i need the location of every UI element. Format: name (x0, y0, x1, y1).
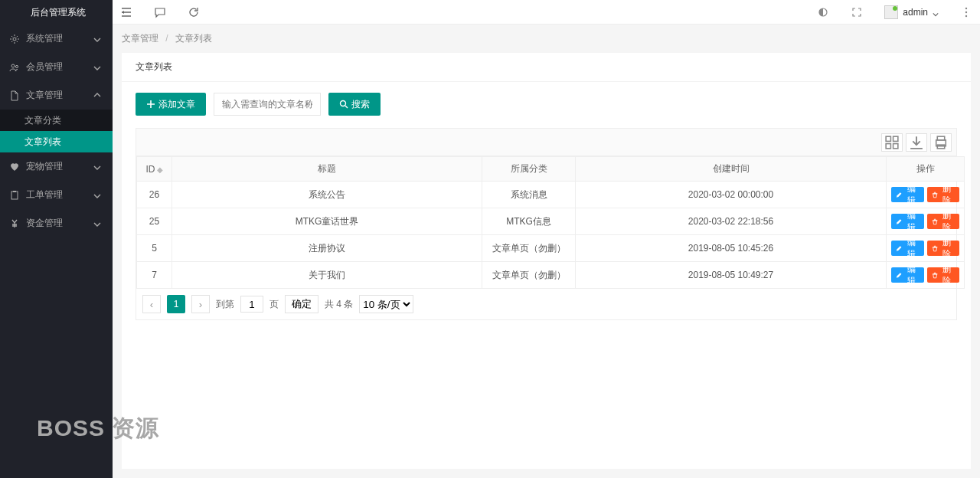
sidebar-item[interactable]: 资金管理 (0, 209, 113, 237)
table-row: 25 MTKG童话世界 MTKG信息 2020-03-02 22:18:56 编… (137, 208, 965, 235)
cell-time: 2019-08-05 10:49:27 (576, 262, 887, 289)
svg-point-0 (13, 38, 16, 41)
col-title: 标题 (172, 157, 482, 182)
sidebar-item[interactable]: 文章管理 (0, 81, 113, 110)
search-input[interactable] (214, 93, 321, 116)
users-icon (9, 62, 20, 73)
sidebar-subitem[interactable]: 文章列表 (0, 131, 113, 152)
page-size-select[interactable]: 10 条/页 (359, 295, 413, 313)
sidebar-item[interactable]: 会员管理 (0, 53, 113, 81)
cell-title: MTKG童话世界 (172, 208, 482, 235)
sidebar-item-label: 资金管理 (26, 217, 63, 230)
svg-point-8 (965, 15, 967, 16)
cell-time: 2020-03-02 22:18:56 (576, 208, 887, 235)
edit-button[interactable]: 编辑 (891, 187, 924, 202)
sidebar-item-label: 系统管理 (26, 32, 63, 45)
user-menu[interactable]: admin (884, 5, 939, 19)
svg-rect-13 (893, 143, 898, 148)
svg-rect-10 (886, 136, 890, 141)
delete-button[interactable]: 删除 (927, 187, 960, 202)
col-op: 操作 (887, 157, 965, 182)
pagination: ‹ 1 › 到第 页 确定 共 4 条 10 条/页 (136, 289, 956, 319)
chevron-down-icon (93, 35, 101, 43)
svg-point-7 (965, 11, 967, 12)
search-button[interactable]: 搜索 (328, 93, 381, 116)
data-table: ID◆ 标题 所属分类 创建时间 操作 26 系统公告 系统消息 2020-03… (136, 156, 965, 289)
edit-button[interactable]: 编辑 (891, 214, 924, 229)
cell-op: 编辑 删除 (887, 262, 965, 289)
delete-button[interactable]: 删除 (927, 267, 960, 283)
sort-icon: ◆ (157, 165, 163, 174)
pencil-icon (896, 218, 902, 225)
columns-icon[interactable] (881, 133, 903, 152)
file-icon (9, 90, 20, 101)
pencil-icon (896, 245, 902, 252)
sidebar-menu: 系统管理会员管理文章管理文章分类文章列表宠物管理工单管理资金管理 (0, 25, 113, 478)
chevron-down-icon (93, 64, 101, 71)
theme-icon[interactable] (817, 6, 829, 18)
more-icon[interactable] (960, 6, 972, 18)
chevron-down-icon (933, 9, 939, 15)
cell-op: 编辑 删除 (887, 182, 965, 208)
topbar: admin (113, 0, 980, 25)
cell-category: 系统消息 (482, 182, 576, 208)
panel-title: 文章列表 (122, 53, 971, 82)
fullscreen-icon[interactable] (851, 6, 863, 18)
cell-id: 5 (137, 235, 172, 262)
sidebar-subitem[interactable]: 文章分类 (0, 110, 113, 131)
sidebar-item[interactable]: 系统管理 (0, 25, 113, 53)
svg-rect-3 (11, 192, 18, 199)
chat-icon[interactable] (154, 6, 166, 18)
table-row: 26 系统公告 系统消息 2020-03-02 00:00:00 编辑 删除 (137, 182, 965, 208)
avatar-icon (884, 5, 898, 19)
cell-id: 26 (137, 182, 172, 208)
trash-icon (932, 245, 938, 252)
plus-icon (146, 100, 155, 109)
sidebar: 后台管理系统 系统管理会员管理文章管理文章分类文章列表宠物管理工单管理资金管理 (0, 0, 113, 478)
page-prev-button[interactable]: ‹ (142, 295, 161, 313)
heart-icon (9, 162, 20, 172)
col-id[interactable]: ID◆ (137, 157, 172, 182)
cell-title: 系统公告 (172, 182, 482, 208)
breadcrumb-a[interactable]: 文章管理 (122, 33, 158, 44)
sidebar-item-label: 工单管理 (26, 188, 63, 201)
edit-button[interactable]: 编辑 (891, 241, 924, 256)
svg-point-2 (15, 65, 18, 67)
edit-button[interactable]: 编辑 (891, 267, 924, 283)
cell-title: 关于我们 (172, 262, 482, 289)
svg-point-6 (965, 7, 967, 8)
cell-id: 7 (137, 262, 172, 289)
cell-category: 文章单页（勿删） (482, 262, 576, 289)
cell-time: 2020-03-02 00:00:00 (576, 182, 887, 208)
svg-rect-12 (886, 143, 890, 148)
table-row: 7 关于我们 文章单页（勿删） 2019-08-05 10:49:27 编辑 删… (137, 262, 965, 289)
export-icon[interactable] (906, 133, 927, 152)
menu-toggle-icon[interactable] (120, 6, 132, 18)
cell-title: 注册协议 (172, 235, 482, 262)
print-icon[interactable] (930, 133, 952, 152)
breadcrumb-b: 文章列表 (175, 33, 212, 44)
breadcrumb: 文章管理 / 文章列表 (113, 25, 980, 53)
table-row: 5 注册协议 文章单页（勿删） 2019-08-05 10:45:26 编辑 删… (137, 235, 965, 262)
cell-time: 2019-08-05 10:45:26 (576, 235, 887, 262)
sidebar-item[interactable]: 工单管理 (0, 181, 113, 209)
delete-button[interactable]: 删除 (927, 241, 960, 256)
sidebar-item[interactable]: 宠物管理 (0, 152, 113, 181)
sidebar-item-label: 会员管理 (26, 61, 63, 74)
page-confirm-button[interactable]: 确定 (285, 295, 318, 313)
page-number[interactable]: 1 (167, 295, 185, 313)
refresh-icon[interactable] (188, 6, 200, 18)
svg-point-9 (341, 101, 346, 106)
sidebar-item-label: 文章管理 (26, 89, 63, 102)
table-wrapper: ID◆ 标题 所属分类 创建时间 操作 26 系统公告 系统消息 2020-03… (136, 128, 957, 320)
svg-rect-15 (937, 136, 944, 140)
add-article-button[interactable]: 添加文章 (136, 93, 206, 116)
yen-icon (9, 218, 20, 229)
trash-icon (932, 272, 938, 279)
cell-op: 编辑 删除 (887, 235, 965, 262)
page-goto-input[interactable] (240, 296, 263, 313)
trash-icon (932, 192, 938, 198)
delete-button[interactable]: 删除 (927, 214, 960, 229)
svg-rect-11 (893, 136, 898, 141)
page-next-button[interactable]: › (191, 295, 210, 313)
